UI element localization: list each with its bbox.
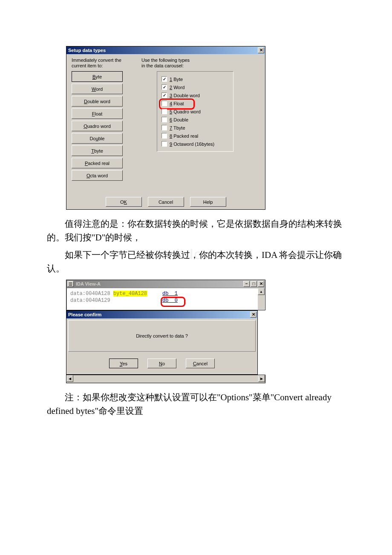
- yes-button[interactable]: Yes: [109, 358, 138, 368]
- addr-1: data:0040A128: [70, 291, 110, 297]
- symbol-1: byte_40A128: [113, 291, 147, 297]
- maximize-icon[interactable]: □: [251, 281, 257, 287]
- left-header-1: Immediately convert the: [72, 58, 121, 63]
- paragraph-3: 注：如果你想改变这种默认设置可以在"Options"菜单"Convert alr…: [47, 391, 345, 418]
- word-button[interactable]: Word: [72, 84, 123, 94]
- help-button[interactable]: Help: [190, 197, 226, 207]
- carousel-tbyte[interactable]: 7 Tbyte: [161, 124, 229, 132]
- cancel-button[interactable]: Cancel: [148, 197, 184, 207]
- setup-data-types-dialog: Setup data types ✕ Immediately convert t…: [66, 46, 265, 210]
- double-button[interactable]: Double: [72, 133, 123, 144]
- close-icon[interactable]: ✕: [258, 281, 264, 287]
- carousel-box: ✓1 Byte ✓2 Word ✓3 Double word 4 Float 5…: [157, 71, 233, 152]
- addr-2: data:0040A129: [70, 298, 110, 304]
- right-header-1: Use the following types: [141, 58, 190, 63]
- carousel-dword[interactable]: ✓3 Double word: [161, 91, 229, 99]
- dialog-title: Setup data types: [67, 48, 257, 53]
- close-icon[interactable]: ✕: [258, 47, 264, 53]
- titlebar[interactable]: Setup data types ✕: [66, 46, 265, 54]
- left-header-2: current item to:: [72, 63, 103, 68]
- packed-button[interactable]: Packed real: [72, 158, 123, 168]
- paragraph-1: 值得注意的是：你在数据转换的时候，它是依据数据自身的结构来转换的。我们按"D"的…: [47, 217, 345, 244]
- carousel-byte[interactable]: ✓1 Byte: [161, 75, 229, 83]
- octa-button[interactable]: Octa word: [72, 170, 123, 181]
- dword-button[interactable]: Double word: [72, 96, 123, 107]
- carousel-packed[interactable]: 8 Packed real: [161, 132, 229, 140]
- disassembly-view[interactable]: ▲ data:0040A128 byte_40A128 db 1 data:00…: [66, 288, 265, 310]
- float-button[interactable]: Float: [72, 108, 123, 119]
- scroll-up-icon[interactable]: ▲: [258, 288, 265, 295]
- carousel-double[interactable]: 6 Double: [161, 116, 229, 124]
- window-title: IDA View-A: [75, 281, 242, 286]
- confirm-message: Directly convert to data ?: [136, 333, 188, 338]
- please-confirm-dialog: Please confirm ✕ Directly convert to dat…: [66, 310, 258, 375]
- cancel-button[interactable]: Cancel: [186, 358, 215, 368]
- db-2: db 0: [162, 298, 178, 304]
- qword-button[interactable]: Quadro word: [72, 121, 123, 131]
- scroll-right-icon[interactable]: ▶: [258, 375, 265, 382]
- no-button[interactable]: No: [147, 358, 176, 368]
- app-icon: ☰: [67, 281, 74, 287]
- right-header-2: in the data carousel:: [141, 63, 184, 68]
- scroll-left-icon[interactable]: ◀: [66, 375, 73, 382]
- byte-button[interactable]: Byte: [72, 71, 123, 82]
- minimize-icon[interactable]: –: [243, 281, 250, 287]
- ok-button[interactable]: OK: [106, 197, 142, 207]
- ida-view-window: ☰ IDA View-A – □ ✕ ▲ data:0040A128 byte_…: [66, 280, 265, 310]
- close-icon[interactable]: ✕: [250, 312, 257, 318]
- horizontal-scrollbar[interactable]: ◀ ▶: [66, 375, 265, 382]
- ida-view-bottom: ◀ ▶: [66, 375, 265, 383]
- carousel-octa[interactable]: 9 Octaword (16bytes): [161, 140, 229, 148]
- paragraph-2: 如果下一个字节已经被你转换过，你的本次转换，IDA 将会提示让你确认。: [47, 249, 345, 275]
- tbyte-button[interactable]: Tbyte: [72, 145, 123, 156]
- carousel-word[interactable]: ✓2 Word: [161, 83, 229, 91]
- db-1: db 1: [162, 291, 178, 297]
- titlebar[interactable]: ☰ IDA View-A – □ ✕: [66, 280, 265, 288]
- carousel-qword[interactable]: 5 Quadro word: [161, 107, 229, 116]
- carousel-float[interactable]: 4 Float: [161, 99, 229, 107]
